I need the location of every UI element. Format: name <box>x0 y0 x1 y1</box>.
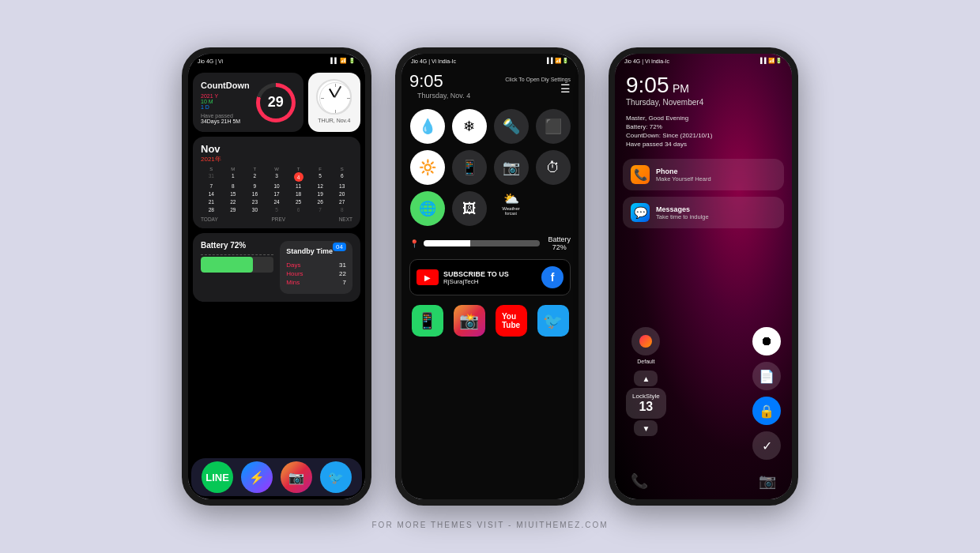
svg-point-0 <box>320 83 352 115</box>
cc-btn-camera[interactable]: 📷 <box>494 150 529 185</box>
ls-btn-toggle[interactable]: ⏺ <box>752 327 781 356</box>
phone-1: Jio 4G | Vi ▌▌ 📶 🔋 CountDown 2021 Y 10 M <box>182 47 371 506</box>
phone-1-frame: Jio 4G | Vi ▌▌ 📶 🔋 CountDown 2021 Y 10 M <box>182 47 371 506</box>
standby-mins-row: Mins 7 <box>286 279 346 286</box>
phone-notif-text: Phone Make Yourself Heard <box>656 167 776 182</box>
calendar-month: Nov <box>201 143 221 155</box>
phone-3: Jio 4G | Vi India-Ic ▌▌📶🔋 9:05 PM Thursd… <box>609 47 798 506</box>
cc-date: Thursday, Nov. 4 <box>417 92 470 100</box>
clock-date: THUR, Nov.4 <box>318 118 350 123</box>
cc-click-text[interactable]: Click To Open Diy Settings <box>505 77 571 82</box>
cc-btn-water[interactable]: 💧 <box>410 109 445 144</box>
calendar-year: 2021年 <box>201 155 221 164</box>
cc-forecast-label: forcast <box>505 211 517 216</box>
carrier-3: Jio 4G | Vi India-Ic <box>624 58 669 64</box>
battery-fill <box>201 257 253 273</box>
cc-btn-green[interactable]: 🌐 <box>410 191 445 226</box>
messages-notif-sub: Take time to indulge <box>656 213 776 220</box>
ls-btn-down[interactable]: ▼ <box>634 420 658 436</box>
ls-btn-default[interactable] <box>631 327 660 356</box>
phone-2-frame: Jio 4G | Vi India-Ic ▌▌📶🔋 9:05 Thursday,… <box>395 47 585 506</box>
cc-btn-brightness[interactable]: 🔆 <box>410 150 445 185</box>
days-value: 31 <box>339 261 346 269</box>
cc-btn-torch[interactable]: 🔦 <box>494 109 529 144</box>
app-grid-instagram[interactable]: 📸 <box>454 305 485 337</box>
countdown-number: 29 <box>268 94 284 111</box>
countdown-passed-val: 34Days 21H 5M <box>201 118 250 124</box>
status-bar-2: Jio 4G | Vi India-Ic ▌▌📶🔋 <box>401 54 579 68</box>
phone1-screen: Jio 4G | Vi ▌▌ 📶 🔋 CountDown 2021 Y 10 M <box>188 54 365 499</box>
clock-face <box>316 79 352 115</box>
calendar-left: Nov 2021年 <box>201 143 221 164</box>
phone2-screen: Jio 4G | Vi India-Ic ▌▌📶🔋 9:05 Thursday,… <box>401 54 579 499</box>
cc-btn-photo[interactable]: 🖼 <box>452 191 487 226</box>
mins-label: Mins <box>286 279 300 286</box>
hours-value: 22 <box>339 270 346 277</box>
camera-icon[interactable]: 📷 <box>759 472 776 490</box>
facebook-icon[interactable]: f <box>541 266 564 288</box>
phone-2: Jio 4G | Vi India-Ic ▌▌📶🔋 9:05 Thursday,… <box>395 47 585 506</box>
channel-name: RjSurajTecH <box>443 278 541 285</box>
subscribe-banner: ▶ SUBSCRIBE TO US RjSurajTecH f <box>409 259 571 295</box>
phone-notif-icon: 📞 <box>631 165 650 184</box>
ls-time-suffix: PM <box>673 82 689 95</box>
year-label: 2021 Y <box>201 93 218 99</box>
month-label: 10 M <box>201 99 213 104</box>
standby-title: Standby Time <box>286 247 333 255</box>
battery-bar-container <box>201 257 273 273</box>
ls-btn-doc[interactable]: 📄 <box>752 362 781 390</box>
standby-hours-row: Hours 22 <box>286 270 346 277</box>
cc-controls-grid: 💧 ❄ 🔦 ⬛ 🔆 📱 📷 ⏱ 🌐 🖼 ⛅ Weather forcast <box>401 103 579 232</box>
app-grid-twitter[interactable]: 🐦 <box>537 305 569 337</box>
cc-header: 9:05 Thursday, Nov. 4 Click To Open Diy … <box>401 68 579 103</box>
countdown-passed: Have passed <box>201 113 250 118</box>
messages-notif-text: Messages Take time to indulge <box>656 205 776 220</box>
app-icon-messenger[interactable]: ⚡ <box>241 461 273 493</box>
app-grid: 📱 📸 YouTube 🐦 <box>401 300 579 341</box>
ls-bottom: 📞 📷 <box>615 466 792 499</box>
location-icon: 📍 <box>409 239 419 248</box>
signal-3: ▌▌📶🔋 <box>760 58 782 64</box>
clock-widget: THUR, Nov.4 <box>308 73 360 132</box>
info-row-1: Master, Good Evening <box>626 115 781 122</box>
ls-btn-up[interactable]: ▲ <box>634 371 658 386</box>
cc-btn-snow[interactable]: ❄ <box>452 109 487 144</box>
app-icon-line[interactable]: LINE <box>202 461 233 493</box>
ls-btn-check[interactable]: ✓ <box>752 431 781 460</box>
phone-icon[interactable]: 📞 <box>631 472 648 490</box>
calendar-grid: S M T W T F S 31 1 2 3 4 5 6 <box>201 167 352 213</box>
clock-svg <box>318 81 353 116</box>
ls-btn-lock[interactable]: 🔒 <box>752 397 781 425</box>
cc-btn-phone[interactable]: 📱 <box>452 150 487 185</box>
notification-phone: 📞 Phone Make Yourself Heard <box>623 159 784 190</box>
settings-icon[interactable]: ☰ <box>505 82 571 95</box>
countdown-month: 10 M <box>201 99 250 104</box>
subscribe-label: SUBSCRIBE TO US <box>443 270 541 278</box>
cc-btn-timer[interactable]: ⏱ <box>536 150 571 185</box>
cc-time-block: 9:05 Thursday, Nov. 4 <box>409 71 470 100</box>
cc-empty <box>535 191 571 226</box>
cc-time: 9:05 <box>409 71 470 92</box>
info-row-2: Battery: 72% <box>626 123 781 130</box>
widgets-area: CountDown 2021 Y 10 M 1 D Have <box>188 68 365 458</box>
youtube-icon[interactable]: ▶ <box>416 269 439 285</box>
app-icon-instagram[interactable]: 📷 <box>281 461 312 493</box>
status-bar-1: Jio 4G | Vi ▌▌ 📶 🔋 <box>188 54 365 68</box>
ls-time-block: 9:05 PM <box>615 68 792 98</box>
cc-battery-text: Battery72% <box>548 235 571 251</box>
status-bar-3: Jio 4G | Vi India-Ic ▌▌📶🔋 <box>615 54 792 68</box>
cc-btn-calc[interactable]: ⬛ <box>536 109 571 144</box>
app-icon-twitter[interactable]: 🐦 <box>320 461 352 493</box>
app-grid-whatsapp[interactable]: 📱 <box>412 305 443 337</box>
mins-value: 7 <box>343 279 346 286</box>
calendar-prev[interactable]: PREV <box>271 216 285 222</box>
day-label: 1 D <box>201 104 209 110</box>
calendar-next[interactable]: NEXT <box>339 216 352 222</box>
countdown-widget: CountDown 2021 Y 10 M 1 D Have <box>193 73 303 132</box>
brightness-slider[interactable] <box>424 240 540 246</box>
lockstyle-label: LockStyle <box>632 393 660 400</box>
battery-widget: Battery 72% Standby Time 04 <box>193 233 360 302</box>
battery-title: Battery 72% <box>201 241 273 250</box>
calendar-footer: TODAY PREV NEXT <box>201 216 352 222</box>
app-grid-youtube[interactable]: YouTube <box>496 305 527 337</box>
